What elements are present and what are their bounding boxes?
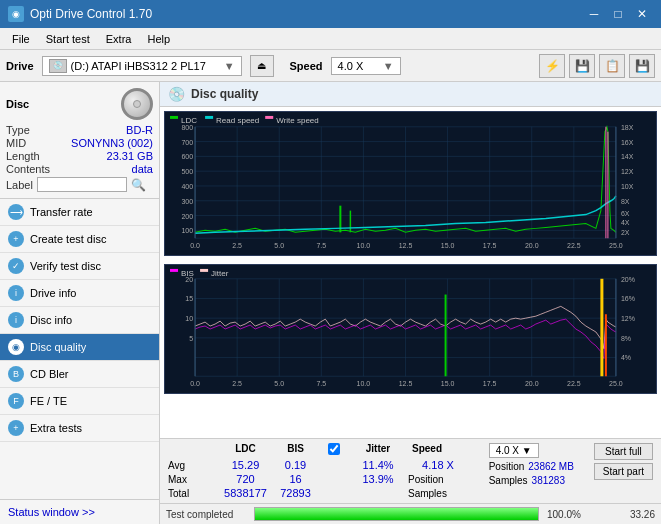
svg-rect-61	[165, 265, 656, 393]
samples-label-r: Samples	[489, 475, 528, 486]
titlebar-controls: ─ □ ✕	[583, 5, 653, 23]
fe-te-icon: F	[8, 393, 24, 409]
stats-max-row: Max 720 16 13.9% Position	[168, 473, 468, 485]
disc-label-input[interactable]	[37, 177, 127, 192]
sidebar-item-transfer-rate-label: Transfer rate	[30, 206, 93, 218]
disc-mid-row: MID SONYNN3 (002)	[6, 137, 153, 149]
status-window-btn[interactable]: Status window >>	[0, 499, 159, 524]
close-button[interactable]: ✕	[631, 5, 653, 23]
ldc-avg-val: 15.29	[218, 459, 273, 471]
position-val: 23862 MB	[528, 461, 574, 472]
disc-length-row: Length 23.31 GB	[6, 150, 153, 162]
svg-text:12X: 12X	[621, 168, 634, 175]
disc-quality-icon: ◉	[8, 339, 24, 355]
minimize-button[interactable]: ─	[583, 5, 605, 23]
progress-percent: 100.0%	[547, 509, 607, 520]
sidebar-item-disc-info[interactable]: i Disc info	[0, 307, 159, 334]
ldc-total-val: 5838177	[218, 487, 273, 499]
disc-type-value: BD-R	[126, 124, 153, 136]
sidebar-item-extra-tests-label: Extra tests	[30, 422, 82, 434]
samples-val: 381283	[532, 475, 565, 486]
sidebar-item-create-test-disc-label: Create test disc	[30, 233, 106, 245]
sidebar-item-fe-te-label: FE / TE	[30, 395, 67, 407]
svg-rect-0	[165, 112, 656, 255]
svg-text:800: 800	[181, 124, 193, 131]
svg-text:16%: 16%	[621, 295, 635, 302]
svg-text:5.0: 5.0	[274, 242, 284, 249]
toolbar-btn-4[interactable]: 💾	[629, 54, 655, 78]
progress-status: Test completed	[166, 509, 246, 520]
disc-label-row: Label 🔍	[6, 177, 153, 192]
stats-jitter-col-header: Jitter	[348, 443, 408, 457]
disc-contents-row: Contents data	[6, 163, 153, 175]
drive-info-icon: i	[8, 285, 24, 301]
jitter-checkbox[interactable]	[328, 443, 340, 455]
bis-total-val: 72893	[273, 487, 318, 499]
svg-text:12%: 12%	[621, 315, 635, 322]
svg-text:10.0: 10.0	[357, 380, 371, 387]
menu-extra[interactable]: Extra	[98, 31, 140, 47]
sidebar-item-disc-quality[interactable]: ◉ Disc quality	[0, 334, 159, 361]
svg-text:20.0: 20.0	[525, 380, 539, 387]
start-full-button[interactable]: Start full	[594, 443, 653, 460]
sidebar-item-create-test-disc[interactable]: + Create test disc	[0, 226, 159, 253]
svg-text:200: 200	[181, 213, 193, 220]
main-layout: Disc Type BD-R MID SONYNN3 (002) Length …	[0, 82, 661, 524]
sidebar-item-drive-info-label: Drive info	[30, 287, 76, 299]
disc-label-icon[interactable]: 🔍	[131, 178, 146, 192]
sidebar-item-cd-bler-label: CD Bler	[30, 368, 69, 380]
drive-value: (D:) ATAPI iHBS312 2 PL17	[71, 60, 206, 72]
sidebar-item-transfer-rate[interactable]: ⟶ Transfer rate	[0, 199, 159, 226]
disc-image	[121, 88, 153, 120]
progress-fill	[255, 508, 538, 520]
svg-text:Jitter: Jitter	[211, 269, 229, 278]
content-header-icon: 💿	[168, 86, 185, 102]
eject-button[interactable]: ⏏	[250, 55, 274, 77]
speed-val: 4.18 X	[408, 459, 468, 471]
menu-help[interactable]: Help	[139, 31, 178, 47]
drive-selector[interactable]: 💿 (D:) ATAPI iHBS312 2 PL17 ▼	[42, 56, 242, 76]
svg-text:17.5: 17.5	[483, 380, 497, 387]
start-buttons: Start full Start part	[594, 443, 653, 480]
nav-items: ⟶ Transfer rate + Create test disc ✓ Ver…	[0, 199, 159, 499]
stats-bar: LDC BIS Jitter Speed Avg 15.29 0.19 11.4…	[160, 438, 661, 503]
svg-text:7.5: 7.5	[316, 242, 326, 249]
toolbar-btn-1[interactable]: ⚡	[539, 54, 565, 78]
speed-selector[interactable]: 4.0 X ▼	[331, 57, 401, 75]
svg-text:12.5: 12.5	[399, 242, 413, 249]
menu-file[interactable]: File	[4, 31, 38, 47]
svg-text:5.0: 5.0	[274, 380, 284, 387]
charts-area: LDC Read speed Write speed	[160, 107, 661, 438]
sidebar-item-cd-bler[interactable]: B CD Bler	[0, 361, 159, 388]
sidebar-item-fe-te[interactable]: F FE / TE	[0, 388, 159, 415]
app-icon: ◉	[8, 6, 24, 22]
maximize-button[interactable]: □	[607, 5, 629, 23]
svg-text:25.0: 25.0	[609, 380, 623, 387]
ldc-chart-svg: LDC Read speed Write speed	[165, 112, 656, 255]
samples-label-text: Samples	[408, 488, 447, 499]
status-window-label[interactable]: Status window >>	[8, 506, 151, 518]
speed-selector-row: 4.0 X ▼	[489, 443, 574, 458]
disc-mid-value: SONYNN3 (002)	[71, 137, 153, 149]
status-window-text: Status window >>	[8, 506, 95, 518]
titlebar-left: ◉ Opti Drive Control 1.70	[8, 6, 152, 22]
speed-display[interactable]: 4.0 X ▼	[489, 443, 539, 458]
disc-length-label: Length	[6, 150, 40, 162]
max-label: Max	[168, 474, 218, 485]
sidebar-item-extra-tests[interactable]: + Extra tests	[0, 415, 159, 442]
sidebar-item-drive-info[interactable]: i Drive info	[0, 280, 159, 307]
toolbar-btn-3[interactable]: 📋	[599, 54, 625, 78]
menu-start-test[interactable]: Start test	[38, 31, 98, 47]
samples-label: Samples	[408, 488, 468, 499]
ldc-max-val: 720	[218, 473, 273, 485]
samples-row: Samples 381283	[489, 475, 574, 486]
extra-tests-icon: +	[8, 420, 24, 436]
svg-text:16X: 16X	[621, 139, 634, 146]
sidebar-item-verify-test-disc[interactable]: ✓ Verify test disc	[0, 253, 159, 280]
svg-text:7.5: 7.5	[316, 380, 326, 387]
toolbar-btn-2[interactable]: 💾	[569, 54, 595, 78]
start-part-button[interactable]: Start part	[594, 463, 653, 480]
progress-track	[254, 507, 539, 521]
svg-text:300: 300	[181, 198, 193, 205]
svg-text:6X: 6X	[621, 210, 630, 217]
